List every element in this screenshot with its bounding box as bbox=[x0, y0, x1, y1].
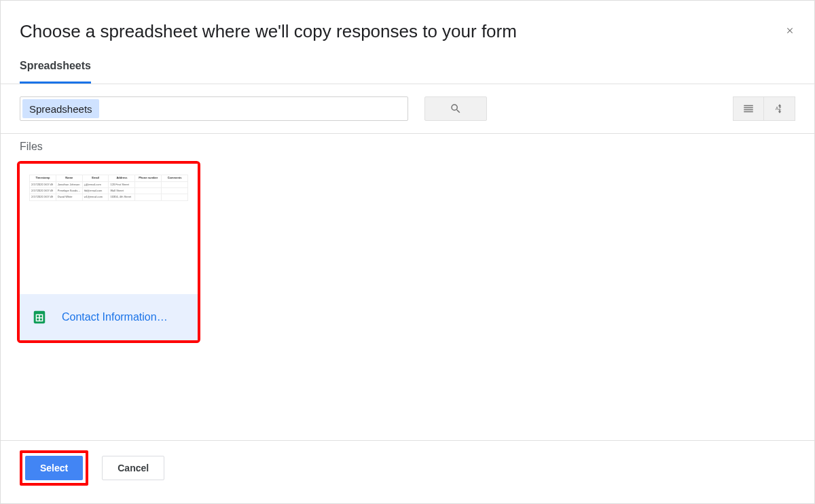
list-icon bbox=[742, 103, 755, 115]
tabs: Spreadsheets bbox=[1, 60, 814, 84]
search-field[interactable]: Spreadsheets bbox=[20, 96, 408, 121]
tab-spreadsheets[interactable]: Spreadsheets bbox=[20, 60, 91, 84]
file-card[interactable]: TimestampNameEmailAddressPhone numberCom… bbox=[20, 164, 198, 340]
close-button[interactable] bbox=[780, 21, 799, 40]
cancel-button[interactable]: Cancel bbox=[102, 456, 164, 480]
dialog-footer: Select Cancel bbox=[1, 440, 814, 503]
search-icon bbox=[450, 103, 462, 115]
sheets-icon bbox=[32, 310, 47, 325]
file-picker-dialog: Choose a spreadsheet where we'll copy re… bbox=[0, 0, 815, 504]
sort-button[interactable]: AZ bbox=[764, 96, 795, 121]
sort-az-icon: AZ bbox=[774, 103, 786, 115]
search-input[interactable] bbox=[99, 97, 408, 120]
view-toggle: AZ bbox=[733, 96, 795, 121]
file-meta: Contact Information… bbox=[20, 294, 198, 340]
file-name: Contact Information… bbox=[62, 311, 168, 323]
dialog-title: Choose a spreadsheet where we'll copy re… bbox=[20, 21, 795, 42]
search-button[interactable] bbox=[424, 96, 487, 121]
select-button-highlight: Select bbox=[20, 450, 88, 486]
close-icon bbox=[785, 26, 795, 35]
svg-text:AZ: AZ bbox=[775, 106, 781, 111]
list-view-button[interactable] bbox=[733, 96, 764, 121]
dialog-header: Choose a spreadsheet where we'll copy re… bbox=[1, 1, 814, 42]
toolbar: Spreadsheets AZ bbox=[1, 84, 814, 134]
section-label-files: Files bbox=[20, 141, 795, 153]
content-area: Files TimestampNameEmailAddressPhone num… bbox=[1, 134, 814, 440]
thumbnail-preview-table: TimestampNameEmailAddressPhone numberCom… bbox=[29, 175, 188, 201]
file-thumbnail: TimestampNameEmailAddressPhone numberCom… bbox=[20, 164, 198, 294]
search-filter-chip[interactable]: Spreadsheets bbox=[22, 99, 99, 118]
select-button[interactable]: Select bbox=[25, 456, 83, 480]
